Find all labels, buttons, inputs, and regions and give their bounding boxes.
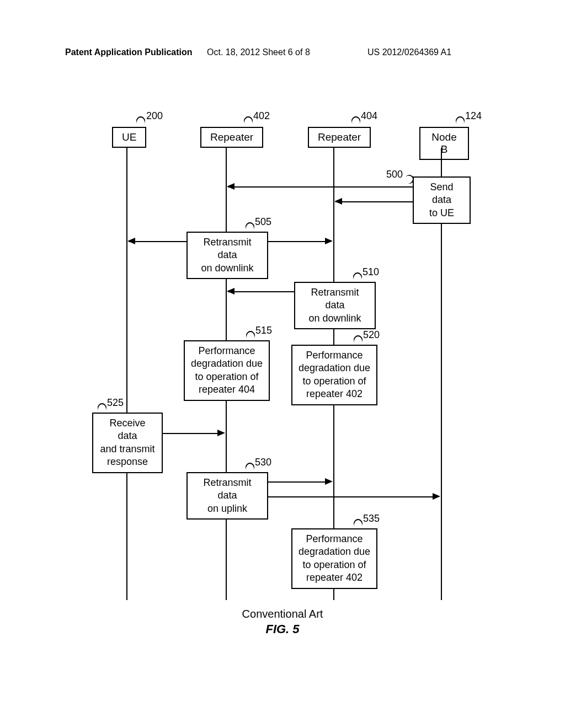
entity-label: Node B: [431, 131, 456, 155]
box-500: Send data to UE: [413, 176, 471, 224]
box-525: Receive data and transmit response: [92, 413, 163, 473]
ref-rep2: 404: [361, 110, 377, 122]
entity-repeater2: Repeater: [308, 127, 371, 148]
arrow-head-right-icon: [217, 430, 225, 436]
entity-label: UE: [122, 131, 136, 143]
header-pub: Patent Application Publication: [65, 47, 193, 57]
arrow-head-left-icon: [227, 183, 234, 190]
footer-caption: Conventional Art: [0, 608, 565, 620]
ref-curve-icon: [350, 115, 363, 127]
ref-515: 515: [255, 325, 272, 336]
ref-curve-icon: [454, 115, 467, 127]
ref-510: 510: [363, 266, 379, 278]
header-date: Oct. 18, 2012 Sheet 6 of 8: [207, 47, 310, 57]
ref-curve-icon: [244, 461, 257, 474]
ref-curve-icon: [244, 221, 257, 233]
ref-ue: 200: [146, 110, 163, 122]
ref-curve-icon: [135, 115, 147, 127]
ref-curve-icon: [242, 115, 255, 127]
entity-label: Repeater: [318, 131, 361, 143]
entity-label: Repeater: [210, 131, 253, 143]
arrow-head-right-icon: [433, 493, 440, 500]
box-515: Performance degradation due to operation…: [184, 340, 270, 401]
box-520: Performance degradation due to operation…: [291, 345, 377, 405]
ref-curve-icon: [352, 334, 365, 346]
ref-525: 525: [107, 397, 124, 409]
arrow-line: [268, 241, 326, 242]
ref-500: 500: [386, 169, 403, 180]
figure-label: FIG. 5: [0, 622, 565, 636]
arrow-line: [268, 481, 326, 483]
ref-rep1: 402: [253, 110, 270, 122]
ref-505: 505: [255, 216, 271, 228]
ref-curve-icon: [352, 517, 365, 530]
header-docnum: US 2012/0264369 A1: [367, 47, 451, 57]
ref-nodeb: 124: [465, 110, 482, 122]
arrow-line: [228, 186, 413, 188]
arrow-head-right-icon: [325, 478, 333, 485]
ref-curve-icon: [96, 402, 109, 414]
box-505: Retransmit data on downlink: [186, 232, 268, 279]
lifeline-ue: [126, 148, 127, 600]
box-530: Retransmit data on uplink: [186, 472, 268, 520]
entity-nodeb: Node B: [419, 127, 469, 160]
arrow-head-left-icon: [127, 238, 135, 244]
ref-520: 520: [363, 329, 380, 341]
box-535: Performance degradation due to operation…: [291, 528, 377, 589]
arrow-head-left-icon: [334, 198, 342, 205]
box-510: Retransmit data on downlink: [294, 282, 376, 329]
arrow-line: [129, 241, 186, 242]
arrow-line: [228, 291, 294, 292]
ref-535: 535: [363, 513, 380, 524]
entity-repeater1: Repeater: [200, 127, 263, 148]
ref-530: 530: [255, 457, 271, 468]
ref-curve-icon: [244, 329, 257, 342]
arrow-line: [335, 201, 413, 202]
arrow-line: [163, 433, 218, 434]
arrow-head-left-icon: [227, 288, 234, 295]
arrow-line: [268, 496, 435, 497]
sequence-diagram: UE 200 Repeater 402 Repeater 404 Node B …: [83, 121, 469, 618]
ref-curve-icon: [351, 271, 364, 283]
arrow-head-right-icon: [325, 238, 333, 244]
entity-ue: UE: [112, 127, 146, 148]
